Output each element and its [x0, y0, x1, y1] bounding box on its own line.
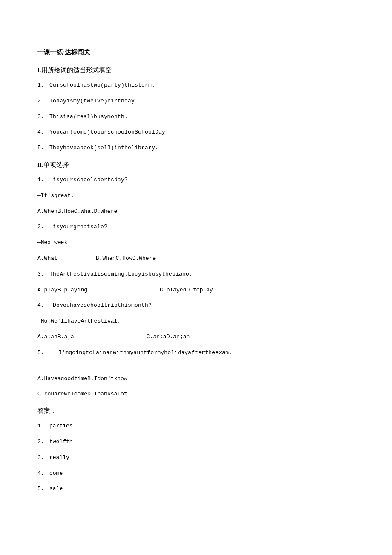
- s2-q3-opts: A.playB.playingC.playedD.toplay: [37, 286, 355, 295]
- answer-4: 4.come: [37, 469, 355, 478]
- item-text: Todayismy(twelve)birthday.: [49, 98, 138, 104]
- item-text: Youcan(come)toourschoolonSchoolDay.: [49, 129, 169, 135]
- s2-q5-optsA: A.HaveagoodtimeB.Idon'tknow: [37, 375, 355, 384]
- s2-q4-line2: —No.We'llhaveArtFestival.: [37, 317, 355, 326]
- spacer: [37, 364, 355, 375]
- section-1-title: I.用所给词的适当形式填空: [37, 65, 355, 75]
- answer-2: 2.twelfth: [37, 438, 355, 447]
- dash: 一: [49, 349, 55, 356]
- opt-rest: B.WhenC.HowD.Where: [96, 255, 156, 262]
- s2-q3-line1: 3.TheArtFestivaliscoming.Lucyisbusythepi…: [37, 270, 355, 279]
- item-number: 1.: [37, 81, 49, 90]
- item-number: 3.: [37, 453, 49, 462]
- item-text: Theyhaveabook(sell)inthelibrary.: [49, 145, 159, 151]
- s2-q4-line1: 4.—Doyouhaveschooltripthismonth?: [37, 301, 355, 310]
- opts-right: C.playedD.toplay: [160, 287, 213, 293]
- item-number: 5.: [37, 485, 49, 494]
- item-number: 2.: [37, 223, 49, 232]
- answers-heading: 答案：: [37, 406, 355, 416]
- s1-item-2: 2.Todayismy(twelve)birthday.: [37, 97, 355, 106]
- section-2-text: 单项选择: [43, 161, 69, 168]
- item-number: 4.: [37, 128, 49, 137]
- main-heading: 一课一练·达标闯关: [37, 47, 355, 57]
- item-number: 4.: [37, 301, 49, 310]
- question-text: I'mgoingtoHainanwithmyauntformyholidayaf…: [58, 349, 232, 356]
- answer-1: 1.parties: [37, 422, 355, 431]
- s2-q2-opts: A.WhatB.WhenC.HowD.Where: [37, 254, 355, 263]
- question-text: _isyourgreatsale?: [49, 224, 107, 230]
- item-number: 2.: [37, 438, 49, 447]
- answer-text: twelfth: [49, 439, 73, 445]
- item-number: 1.: [37, 422, 49, 431]
- s2-q1-opts: A.WhenB.HowC.WhatD.Where: [37, 207, 355, 216]
- s1-item-4: 4.Youcan(come)toourschoolonSchoolDay.: [37, 128, 355, 137]
- opt-a: A.What: [37, 255, 58, 262]
- s2-q5-line1: 5.一 I'mgoingtoHainanwithmyauntformyholid…: [37, 349, 355, 357]
- s2-q2-line1: 2._isyourgreatsale?: [37, 223, 355, 232]
- s1-item-5: 5.Theyhaveabook(sell)inthelibrary.: [37, 144, 355, 153]
- page: 一课一练·达标闯关 I.用所给词的适当形式填空 1.Ourschoolhastw…: [0, 0, 392, 555]
- answer-3: 3.really: [37, 453, 355, 462]
- item-number: 1.: [37, 176, 49, 185]
- item-number: 4.: [37, 469, 49, 478]
- item-text: Ourschoolhastwo(party)thisterm.: [49, 82, 155, 88]
- section-1-roman: I.: [37, 67, 41, 73]
- opts-right: C.an;aD.an;an: [147, 334, 190, 340]
- opts-left: A.a;anB.a;a: [37, 334, 74, 340]
- opts-left: A.playB.playing: [37, 287, 87, 293]
- s2-q2-line2: —Nextweek.: [37, 238, 355, 247]
- item-number: 3.: [37, 113, 49, 122]
- section-1-text: 用所给词的适当形式填空: [41, 67, 112, 73]
- item-text: Thisisa(real)busymonth.: [49, 113, 128, 120]
- answer-text: really: [49, 454, 69, 461]
- question-text: TheArtFestivaliscoming.Lucyisbusythepian…: [49, 271, 193, 277]
- item-number: 5.: [37, 349, 49, 357]
- s2-q4-opts: A.a;anB.a;aC.an;aD.an;an: [37, 333, 355, 342]
- s1-item-1: 1.Ourschoolhastwo(party)thisterm.: [37, 81, 355, 90]
- item-number: 2.: [37, 97, 49, 106]
- item-number: 5.: [37, 144, 49, 153]
- answer-text: come: [49, 470, 63, 477]
- answer-5: 5.sale: [37, 485, 355, 494]
- answer-text: parties: [49, 423, 73, 429]
- section-2-title: II.单项选择: [37, 160, 355, 170]
- s2-q5-optsB: C.YouarewelcomeD.Thanksalot: [37, 390, 355, 399]
- question-text: —Doyouhaveschooltripthismonth?: [49, 302, 152, 308]
- s1-item-3: 3.Thisisa(real)busymonth.: [37, 113, 355, 122]
- item-number: 3.: [37, 270, 49, 279]
- s2-q1-line2: —It'sgreat.: [37, 192, 355, 200]
- section-2-roman: II.: [37, 161, 43, 168]
- question-text: _isyourschoolsportsday?: [49, 177, 128, 183]
- answer-text: sale: [49, 485, 63, 492]
- s2-q1-line1: 1._isyourschoolsportsday?: [37, 176, 355, 185]
